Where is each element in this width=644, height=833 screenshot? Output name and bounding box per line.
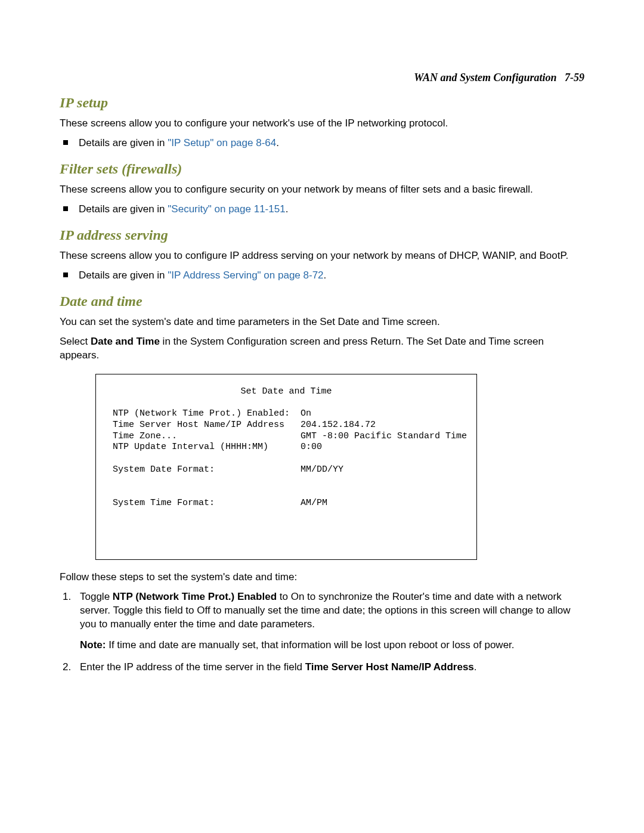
bullet-list-filter-sets: Details are given in "Security" on page … <box>60 203 584 216</box>
heading-filter-sets: Filter sets (firewalls) <box>60 161 584 177</box>
desc-filter-sets: These screens allow you to configure sec… <box>60 183 584 197</box>
steps-intro: Follow these steps to set the system's d… <box>60 571 584 584</box>
bullet-list-ip-setup: Details are given in "IP Setup" on page … <box>60 137 584 150</box>
header-page-ref: 7-59 <box>565 72 584 83</box>
running-header: WAN and System Configuration 7-59 <box>60 72 584 84</box>
bullet-prefix: Details are given in <box>79 203 168 215</box>
link-ip-setup[interactable]: "IP Setup" on page 8-64 <box>168 137 276 148</box>
text-fragment: Select <box>60 336 91 347</box>
terminal-body: NTP (Network Time Prot.) Enabled: On Tim… <box>113 408 460 509</box>
text-fragment: Enter the IP address of the time server … <box>80 661 305 673</box>
note-text: If time and date are manually set, that … <box>106 639 514 651</box>
desc-ip-addr: These screens allow you to configure IP … <box>60 249 584 263</box>
link-security[interactable]: "Security" on page 11-151 <box>168 203 285 215</box>
bullet-suffix: . <box>286 203 289 215</box>
bullet-list-ip-addr: Details are given in "IP Address Serving… <box>60 269 584 283</box>
bullet-prefix: Details are given in <box>79 270 168 281</box>
step-1-note: Note: If time and date are manually set,… <box>80 639 584 652</box>
desc-date-time-2: Select Date and Time in the System Confi… <box>60 335 584 363</box>
steps-list: Toggle NTP (Network Time Prot.) Enabled … <box>60 590 584 674</box>
step-2: Enter the IP address of the time server … <box>74 661 584 674</box>
bold-time-server-field: Time Server Host Name/IP Address <box>305 661 474 673</box>
bullet-filter-sets: Details are given in "Security" on page … <box>60 203 584 216</box>
bullet-prefix: Details are given in <box>79 137 168 148</box>
header-title: WAN and System Configuration <box>414 72 556 83</box>
bold-date-and-time: Date and Time <box>91 336 160 347</box>
bold-ntp-enabled: NTP (Network Time Prot.) Enabled <box>113 591 277 602</box>
terminal-title: Set Date and Time <box>113 386 460 398</box>
heading-date-time: Date and time <box>60 293 584 309</box>
desc-ip-setup: These screens allow you to configure you… <box>60 117 584 131</box>
bullet-ip-addr: Details are given in "IP Address Serving… <box>60 269 584 283</box>
step-1: Toggle NTP (Network Time Prot.) Enabled … <box>74 590 584 652</box>
page: WAN and System Configuration 7-59 IP set… <box>0 0 644 833</box>
link-ip-address-serving[interactable]: "IP Address Serving" on page 8-72 <box>168 270 323 281</box>
heading-ip-setup: IP setup <box>60 95 584 111</box>
desc-date-time-1: You can set the system's date and time p… <box>60 315 584 329</box>
bullet-ip-setup: Details are given in "IP Setup" on page … <box>60 137 584 150</box>
note-label: Note: <box>80 639 106 651</box>
bullet-suffix: . <box>276 137 279 148</box>
text-fragment: Toggle <box>80 591 113 602</box>
text-fragment: . <box>474 661 477 673</box>
terminal-screen: Set Date and TimeNTP (Network Time Prot.… <box>95 374 477 560</box>
bullet-suffix: . <box>324 270 327 281</box>
terminal-wrap: Set Date and TimeNTP (Network Time Prot.… <box>95 374 584 560</box>
heading-ip-addr: IP address serving <box>60 227 584 243</box>
content-area: WAN and System Configuration 7-59 IP set… <box>60 72 584 683</box>
